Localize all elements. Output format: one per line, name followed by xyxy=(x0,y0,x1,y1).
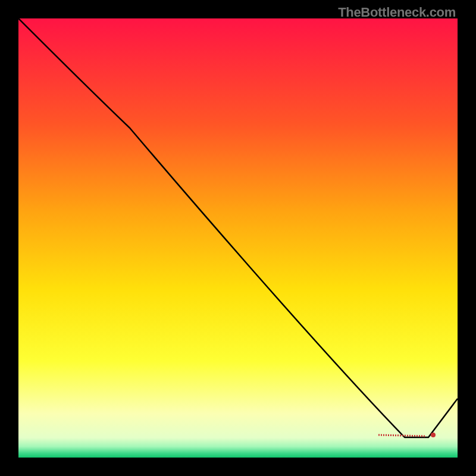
plot-area xyxy=(18,18,458,458)
chart-container: TheBottleneck.com xyxy=(0,0,476,476)
gradient-background xyxy=(18,18,458,458)
svg-rect-0 xyxy=(18,18,458,458)
watermark-text: TheBottleneck.com xyxy=(338,5,456,20)
